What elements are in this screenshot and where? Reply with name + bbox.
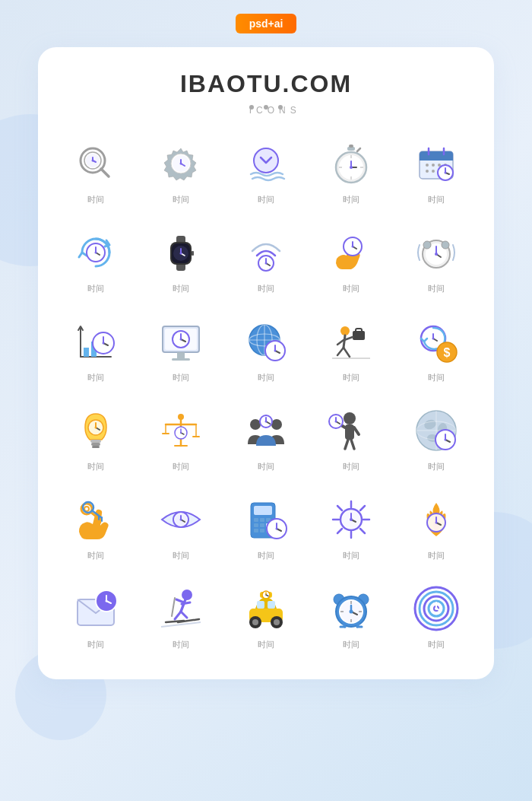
- icon-item-fire-clock: 时间: [394, 486, 479, 567]
- icon-box-calculator-clock: [239, 492, 293, 547]
- icon-item-eye-clock: 时间: [138, 486, 223, 567]
- icon-label: 时间: [87, 550, 104, 561]
- icon-box-refresh-clock: [68, 225, 123, 280]
- icon-box-hand-clock: [324, 225, 378, 280]
- icon-label: 时间: [173, 550, 189, 561]
- svg-point-83: [180, 339, 182, 341]
- icon-box-sun-clock: [324, 492, 378, 547]
- icon-label: 时间: [173, 283, 189, 294]
- icon-label: 时间: [173, 639, 189, 650]
- svg-point-169: [180, 519, 182, 521]
- icon-item-sun-clock: 时间: [309, 486, 394, 567]
- icon-item-globe-dark-clock: 时间: [394, 397, 479, 478]
- svg-point-251: [435, 607, 438, 610]
- svg-point-11: [180, 163, 182, 165]
- icon-box-smartwatch: [154, 225, 208, 280]
- icon-box-calendar-clock: [409, 136, 464, 191]
- svg-line-6: [101, 169, 109, 176]
- icon-box-taxi-clock: [239, 581, 293, 636]
- icon-label: 时间: [258, 461, 274, 472]
- dot1: [264, 105, 268, 110]
- svg-line-140: [351, 440, 354, 449]
- card-title: IBAOTU.COM: [53, 70, 479, 98]
- icon-item-scales-clock: 时间: [138, 397, 223, 478]
- icon-box-alarm-blue: [324, 581, 378, 636]
- icon-box-chart-clock: [68, 314, 123, 369]
- icon-box-wave-clock: [239, 136, 293, 191]
- svg-point-207: [182, 590, 192, 600]
- svg-point-95: [340, 326, 350, 335]
- icon-box-eye-clock: [154, 492, 208, 547]
- svg-rect-94: [356, 329, 362, 332]
- svg-point-22: [350, 166, 353, 169]
- svg-point-75: [103, 342, 105, 345]
- svg-point-56: [265, 262, 268, 265]
- svg-line-189: [337, 506, 342, 510]
- icons-grid: 时间 时间: [53, 130, 479, 656]
- icon-item-taxi-clock: 时间: [223, 575, 309, 656]
- svg-point-31: [432, 164, 435, 167]
- format-badge: psd+ai: [236, 14, 297, 33]
- icon-label: 时间: [87, 283, 104, 294]
- icon-box-fire-clock: [409, 492, 464, 547]
- icon-label: 时间: [87, 639, 104, 650]
- svg-point-92: [274, 350, 277, 352]
- icon-label: 时间: [258, 194, 274, 205]
- svg-rect-136: [345, 424, 354, 440]
- icon-item-chart-clock: 时间: [53, 308, 138, 389]
- svg-point-206: [106, 600, 108, 602]
- svg-line-192: [337, 529, 342, 533]
- icon-box-alarm-vibrate: [409, 225, 464, 280]
- svg-point-105: [432, 338, 435, 340]
- svg-rect-173: [260, 518, 264, 522]
- icon-label: 时间: [343, 550, 359, 561]
- svg-point-34: [426, 170, 429, 173]
- svg-rect-78: [177, 352, 185, 358]
- svg-rect-223: [268, 601, 275, 609]
- svg-rect-222: [257, 601, 264, 609]
- svg-point-51: [180, 253, 182, 255]
- svg-point-35: [432, 170, 435, 173]
- icon-label: 时间: [428, 550, 445, 561]
- icon-label: 时间: [343, 283, 359, 294]
- svg-point-155: [445, 439, 447, 441]
- svg-rect-109: [91, 443, 100, 446]
- svg-line-190: [360, 529, 365, 533]
- icon-box-monitor-clock: [154, 314, 208, 369]
- icon-item-person-clock: 时间: [309, 397, 394, 478]
- svg-point-135: [344, 412, 356, 424]
- svg-rect-108: [90, 440, 101, 443]
- svg-point-39: [445, 172, 447, 174]
- svg-line-100: [337, 348, 344, 355]
- icon-item-gear-time: 时间: [138, 130, 223, 211]
- svg-rect-176: [260, 523, 264, 527]
- icon-item-team-clock: 时间: [223, 397, 309, 478]
- icon-label: 时间: [343, 461, 359, 472]
- icon-box-clock-money: $: [409, 314, 464, 369]
- icon-box-running-man: [324, 314, 378, 369]
- svg-point-184: [276, 528, 278, 530]
- svg-line-213: [181, 612, 187, 618]
- icon-item-stopwatch: 时间: [309, 130, 394, 211]
- svg-rect-70: [84, 348, 89, 357]
- svg-point-60: [352, 246, 354, 248]
- card-subtitle: ICONS: [53, 101, 479, 112]
- icon-box-globe-clock: [239, 314, 293, 369]
- svg-line-210: [172, 598, 175, 616]
- svg-point-128: [250, 419, 261, 430]
- icon-item-wave-clock: 时间: [223, 130, 309, 211]
- icon-label: 时间: [428, 283, 445, 294]
- svg-line-211: [182, 602, 190, 604]
- icon-label: 时间: [258, 372, 274, 383]
- icon-card: IBAOTU.COM ICONS 时间: [38, 47, 494, 679]
- icon-label: 时间: [87, 372, 104, 383]
- icon-item-alarm-blue: 时间: [309, 575, 394, 656]
- svg-rect-23: [349, 145, 353, 148]
- icon-label: 时间: [173, 461, 189, 472]
- svg-point-63: [423, 241, 431, 249]
- icon-item-key-hand: 时间: [53, 486, 138, 567]
- svg-point-12: [254, 148, 278, 173]
- icon-box-scales-clock: [154, 403, 208, 458]
- icon-label: 时间: [343, 639, 359, 650]
- icon-box-gear-time: [154, 136, 208, 191]
